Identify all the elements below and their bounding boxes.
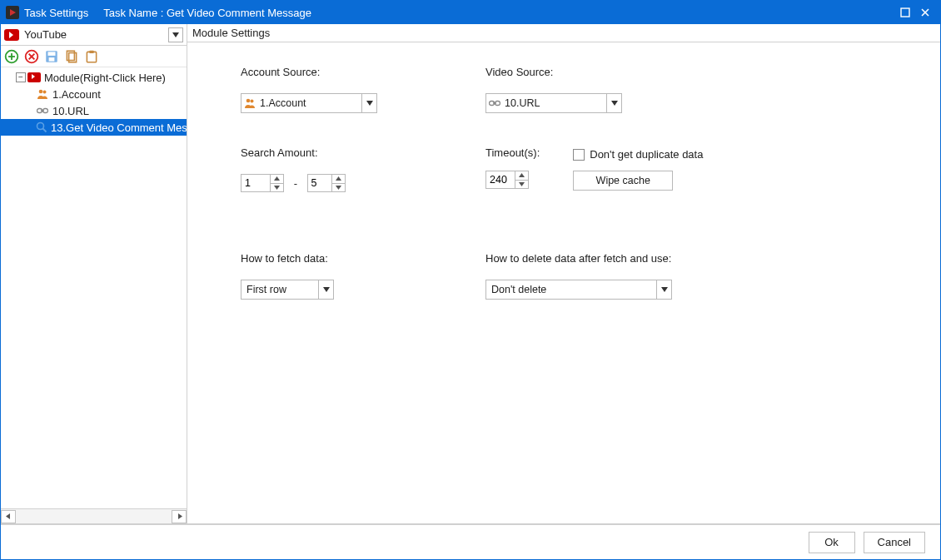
window-maximize-button[interactable] (895, 4, 915, 21)
window-close-button[interactable] (915, 4, 935, 21)
save-icon[interactable] (44, 49, 59, 64)
account-source-select[interactable]: 1.Account (241, 93, 377, 113)
people-icon (241, 97, 258, 109)
module-tree: − Module(Right-Click Here) 1.Account 10.… (1, 67, 187, 508)
delete-mode-select[interactable]: Don't delete (485, 280, 672, 300)
link-icon (36, 104, 49, 117)
platform-selector[interactable]: YouTube (1, 24, 187, 46)
svg-rect-12 (48, 52, 56, 56)
svg-rect-16 (87, 52, 96, 62)
tree-item-label: 13.Get Video Comment Message (51, 121, 187, 134)
platform-label: YouTube (24, 28, 168, 41)
svg-point-19 (43, 91, 47, 94)
svg-marker-4 (172, 32, 179, 37)
add-icon[interactable] (4, 49, 19, 64)
scroll-right-button[interactable] (172, 510, 187, 523)
youtube-icon (4, 29, 19, 41)
svg-point-27 (246, 99, 251, 103)
svg-marker-39 (519, 182, 525, 186)
svg-marker-34 (274, 176, 280, 181)
svg-marker-40 (323, 287, 330, 292)
cancel-label: Cancel (878, 536, 911, 548)
svg-rect-17 (89, 50, 94, 52)
tree-item-account[interactable]: 1.Account (1, 86, 187, 102)
svg-marker-26 (178, 513, 182, 519)
video-source-value: 10.URL (503, 97, 606, 109)
paste-icon[interactable] (84, 49, 99, 64)
svg-marker-25 (6, 513, 10, 519)
fetch-label: How to fetch data: (241, 252, 485, 265)
svg-rect-13 (49, 57, 55, 62)
svg-point-18 (39, 90, 43, 94)
search-min-input[interactable] (241, 175, 270, 191)
checkbox-box[interactable] (573, 149, 585, 161)
wipe-cache-button[interactable]: Wipe cache (573, 171, 673, 191)
svg-marker-41 (661, 287, 668, 292)
delete-icon[interactable] (24, 49, 39, 64)
youtube-icon (27, 71, 41, 84)
title-bar: Task Settings Task Name : Get Video Comm… (1, 1, 940, 24)
svg-point-23 (37, 123, 44, 130)
copy-icon[interactable] (64, 49, 79, 64)
account-source-label: Account Source: (241, 66, 485, 78)
chevron-down-icon[interactable] (656, 280, 671, 299)
platform-dropdown-button[interactable] (168, 27, 183, 42)
magnifier-icon (36, 121, 47, 134)
duplicate-checkbox-label: Don't get duplicate data (590, 148, 703, 161)
range-dash: - (294, 177, 297, 190)
video-source-select[interactable]: 10.URL (485, 93, 622, 113)
video-source-label: Video Source: (485, 66, 785, 78)
delete-mode-value: Don't delete (486, 284, 656, 295)
svg-marker-37 (336, 186, 341, 190)
module-settings-header: Module Settings (187, 24, 940, 42)
svg-marker-33 (611, 101, 618, 106)
scroll-left-button[interactable] (1, 510, 16, 523)
search-max-input[interactable] (308, 175, 331, 191)
timeout-label: Timeout(s): (485, 146, 540, 159)
timeout-input[interactable] (486, 171, 515, 188)
tree-item-get-video-comment[interactable]: 13.Get Video Comment Message (1, 119, 187, 136)
search-min-spinner[interactable] (241, 174, 284, 192)
account-source-value: 1.Account (258, 97, 361, 109)
title-label: Task Settings (24, 7, 88, 19)
sidebar-toolbar (1, 46, 187, 67)
chevron-down-icon[interactable] (606, 94, 621, 112)
chevron-down-icon[interactable] (318, 280, 333, 299)
collapse-icon[interactable]: − (16, 72, 26, 82)
main-panel: Module Settings Account Source: 1.Accoun… (187, 24, 940, 523)
fetch-mode-value: First row (241, 284, 318, 295)
title-text: Task Settings Task Name : Get Video Comm… (24, 7, 311, 19)
ok-button[interactable]: Ok (809, 532, 855, 553)
svg-point-28 (251, 100, 254, 103)
fetch-mode-select[interactable]: First row (241, 280, 334, 300)
task-name-label: Task Name : Get Video Comment Message (103, 7, 311, 19)
tree-root-label: Module(Right-Click Here) (44, 72, 166, 84)
spinner-down-button[interactable] (271, 184, 283, 192)
tree-root[interactable]: − Module(Right-Click Here) (1, 69, 187, 86)
search-max-spinner[interactable] (307, 174, 346, 192)
delete-label: How to delete data after fetch and use: (485, 252, 785, 265)
timeout-spinner[interactable] (485, 171, 529, 189)
sidebar: YouTube − Module(Right-Click Here) (1, 24, 187, 523)
spinner-up-button[interactable] (515, 171, 528, 181)
svg-line-24 (43, 129, 47, 132)
people-icon (36, 87, 49, 101)
spinner-down-button[interactable] (332, 184, 345, 192)
spinner-up-button[interactable] (332, 175, 345, 184)
cancel-button[interactable]: Cancel (864, 532, 925, 553)
spinner-up-button[interactable] (271, 175, 283, 184)
duplicate-checkbox[interactable]: Don't get duplicate data (573, 148, 703, 161)
dialog-footer: Ok Cancel (1, 524, 940, 559)
spinner-down-button[interactable] (515, 181, 528, 189)
sidebar-horizontal-scrollbar[interactable] (1, 508, 187, 523)
chevron-down-icon[interactable] (361, 94, 376, 112)
svg-marker-36 (336, 176, 341, 181)
tree-item-url[interactable]: 10.URL (1, 102, 187, 119)
search-amount-label: Search Amount: (241, 146, 485, 159)
wipe-cache-label: Wipe cache (596, 175, 650, 186)
app-icon (6, 6, 19, 19)
link-icon (486, 99, 503, 107)
svg-marker-0 (10, 9, 16, 16)
svg-marker-29 (366, 101, 373, 106)
svg-marker-38 (519, 173, 525, 177)
